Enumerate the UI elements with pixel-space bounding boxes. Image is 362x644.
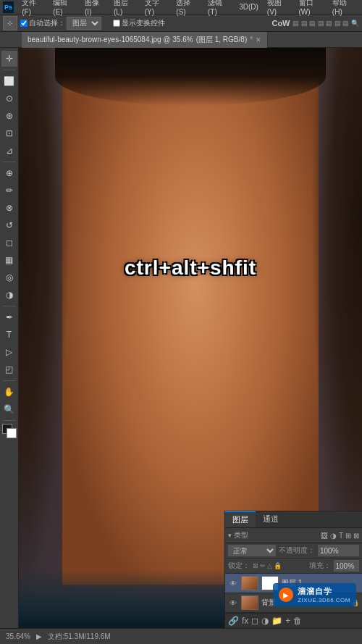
menu-view[interactable]: 视图(V) xyxy=(264,0,294,14)
gradient-tool[interactable]: ▦ xyxy=(1,252,17,268)
move-tool-btn[interactable]: ⊹ xyxy=(3,16,17,30)
canvas-area[interactable]: ctrl+alt+shfit 图层 通道 ▾ 类型 🖼 ◑ T ⊞ ⊠ xyxy=(19,48,362,628)
lock-fill-row: 锁定： ⊠ ✏ △ 🔒 填充： xyxy=(225,559,362,574)
adjustment-icon: ◑ xyxy=(330,532,337,540)
face-area xyxy=(62,70,319,585)
blur-tool[interactable]: ◎ xyxy=(1,269,17,285)
menu-layer[interactable]: 图层(L) xyxy=(110,0,140,14)
healing-tool[interactable]: ⊕ xyxy=(1,165,17,181)
menu-image[interactable]: 图像(I) xyxy=(81,0,109,14)
status-zoom: 35.64% xyxy=(6,632,30,640)
smart-filter-icon: ⊠ xyxy=(353,532,359,540)
panel-header: ▾ 类型 🖼 ◑ T ⊞ ⊠ xyxy=(225,528,362,543)
layer-1-visibility[interactable]: 👁 xyxy=(228,580,238,587)
eraser-tool[interactable]: ◻ xyxy=(1,235,17,251)
auto-select-label: 自动选择： 图层 组 xyxy=(20,17,101,30)
auto-select-dropdown[interactable]: 图层 组 xyxy=(67,17,101,30)
toolbar-divider-4 xyxy=(3,380,16,381)
tab-channels[interactable]: 通道 xyxy=(256,511,286,527)
menu-3d[interactable]: 3D(D) xyxy=(235,0,262,14)
crop-tool[interactable]: ⊡ xyxy=(1,125,17,141)
watermark-site: 溜溜自学 xyxy=(298,586,350,597)
watermark-url: ZIXUE.3D66.COM xyxy=(298,597,350,603)
hand-tool[interactable]: ✋ xyxy=(1,384,17,400)
panel-bottom-bar: 🔗 fx ◻ ◑ 📁 + 🗑 xyxy=(225,613,362,628)
options-bar: ⊹ 自动选择： 图层 组 显示变换控件 CoW ▤ ▤ ▤ ▤ ▤ ▤ ▤ 🔍 xyxy=(0,14,362,32)
lasso-tool[interactable]: ⊙ xyxy=(1,91,17,106)
layers-panel: 图层 通道 ▾ 类型 🖼 ◑ T ⊞ ⊠ 正常 溶 xyxy=(224,511,362,628)
blend-mode-select[interactable]: 正常 溶解 正片叠底 xyxy=(228,545,276,556)
menu-filter[interactable]: 滤镜(T) xyxy=(204,0,234,14)
menu-type[interactable]: 文字(Y) xyxy=(141,0,172,14)
lock-pixels-icon[interactable]: △ xyxy=(267,562,272,569)
toolbar-divider-2 xyxy=(3,162,16,162)
lock-all-icon[interactable]: 🔒 xyxy=(274,562,282,569)
menu-help[interactable]: 帮助(H) xyxy=(329,0,359,14)
background-color[interactable] xyxy=(7,428,17,438)
marquee-tool[interactable]: ⬜ xyxy=(1,73,17,89)
status-bar: 35.64% ▶ 文档:51.3M/119.6M xyxy=(0,628,362,644)
menu-edit[interactable]: 编辑(E) xyxy=(49,0,80,14)
watermark: ▶ 溜溜自学 ZIXUE.3D66.COM xyxy=(273,583,356,606)
watermark-play-icon: ▶ xyxy=(279,587,293,602)
zoom-tool[interactable]: 🔍 xyxy=(1,401,17,417)
blend-opacity-row: 正常 溶解 正片叠底 不透明度： xyxy=(225,543,362,559)
lock-brush-icon[interactable]: ✏ xyxy=(260,562,266,569)
shape-tool[interactable]: ◰ xyxy=(1,361,17,377)
watermark-text: 溜溜自学 ZIXUE.3D66.COM xyxy=(298,586,350,603)
hair-top xyxy=(55,48,326,106)
lock-icons: ⊠ ✏ △ 🔒 xyxy=(253,562,282,569)
lock-position-icon[interactable]: ⊠ xyxy=(253,562,258,569)
new-group-btn[interactable]: 📁 xyxy=(272,616,282,626)
status-doc-size: 文档:51.3M/119.6M xyxy=(48,632,111,642)
transform-label: 显示变换控件 xyxy=(113,18,165,28)
menu-file[interactable]: 文件(F) xyxy=(18,0,48,14)
path-selection-tool[interactable]: ▷ xyxy=(1,344,17,360)
bg-layer-thumb xyxy=(241,595,258,610)
workspace: ✛ ⬜ ⊙ ⊛ ⊡ ⊿ ⊕ ✏ ⊗ ↺ ◻ ▦ ◎ ◑ ✒ T ▷ ◰ ✋ 🔍 xyxy=(0,48,362,628)
tab-bar: beautiful-beauty-brown-eyes-1065084.jpg … xyxy=(0,32,362,48)
type-tool[interactable]: T xyxy=(1,327,17,343)
toolbar-divider-1 xyxy=(3,70,16,70)
quick-select-tool[interactable]: ⊛ xyxy=(1,108,17,124)
bg-layer-visibility[interactable]: 👁 xyxy=(228,599,238,607)
menu-bar: Ps 文件(F) 编辑(E) 图像(I) 图层(L) 文字(Y) 选择(S) 滤… xyxy=(0,0,362,14)
new-layer-btn[interactable]: + xyxy=(285,616,290,626)
panel-header-icon: ▾ xyxy=(228,532,232,539)
dodge-tool[interactable]: ◑ xyxy=(1,287,17,303)
cow-text: CoW xyxy=(272,19,290,28)
ps-logo: Ps xyxy=(3,1,14,13)
document-tab[interactable]: beautiful-beauty-brown-eyes-1065084.jpg … xyxy=(22,32,268,48)
link-layers-btn[interactable]: 🔗 xyxy=(228,616,239,626)
pen-tool[interactable]: ✒ xyxy=(1,309,17,325)
toolbar-divider-5 xyxy=(3,420,16,421)
auto-select-checkbox[interactable] xyxy=(20,20,28,27)
add-mask-btn[interactable]: ◻ xyxy=(251,616,258,626)
panel-header-icons: 🖼 ◑ T ⊞ ⊠ xyxy=(321,532,359,540)
new-adjustment-btn[interactable]: ◑ xyxy=(261,616,269,626)
fill-input[interactable] xyxy=(334,560,360,572)
toolbar-divider-3 xyxy=(3,306,16,306)
transform-checkbox[interactable] xyxy=(113,20,120,27)
layer-1-thumb-img xyxy=(242,577,258,590)
panel-tabs: 图层 通道 xyxy=(225,511,362,528)
tab-close-btn[interactable]: ✕ xyxy=(256,36,261,43)
opacity-input[interactable] xyxy=(318,545,359,556)
delete-layer-btn[interactable]: 🗑 xyxy=(293,616,302,626)
left-toolbar: ✛ ⬜ ⊙ ⊛ ⊡ ⊿ ⊕ ✏ ⊗ ↺ ◻ ▦ ◎ ◑ ✒ T ▷ ◰ ✋ 🔍 xyxy=(0,48,19,628)
bg-layer-thumb-img xyxy=(242,596,258,609)
brush-tool[interactable]: ✏ xyxy=(1,183,17,198)
tab-layers[interactable]: 图层 xyxy=(225,511,256,527)
history-brush-tool[interactable]: ↺ xyxy=(1,217,17,233)
menu-select[interactable]: 选择(S) xyxy=(172,0,203,14)
add-style-btn[interactable]: fx xyxy=(242,616,248,626)
menu-window[interactable]: 窗口(W) xyxy=(295,0,327,14)
clone-tool[interactable]: ⊗ xyxy=(1,200,17,216)
eyedropper-tool[interactable]: ⊿ xyxy=(1,143,17,159)
photo-icon: 🖼 xyxy=(321,532,328,540)
color-swatches[interactable] xyxy=(2,424,17,438)
shape-icon: ⊞ xyxy=(345,532,351,540)
layer-1-thumb xyxy=(241,576,258,590)
shortcut-overlay-text: ctrl+alt+shfit xyxy=(125,256,256,280)
move-tool[interactable]: ✛ xyxy=(1,51,17,67)
